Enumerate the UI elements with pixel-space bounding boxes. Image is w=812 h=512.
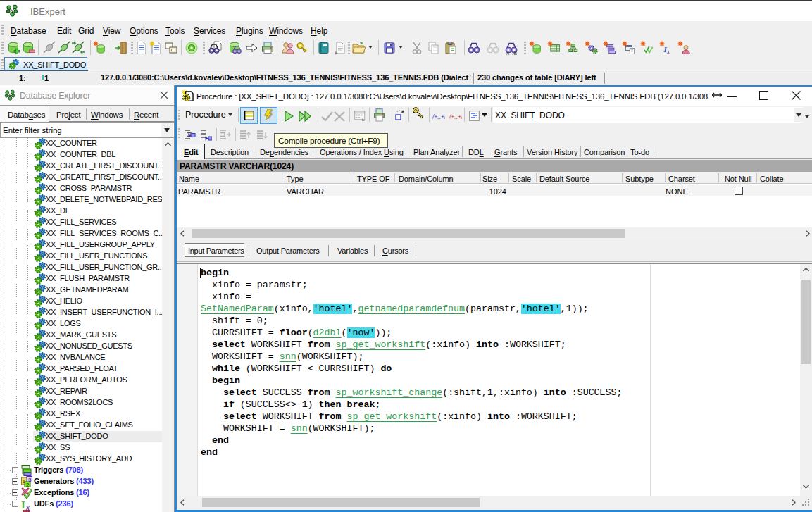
svg-text:...: ... — [489, 50, 493, 55]
svg-text:I: I — [21, 499, 25, 510]
svg-text:2: 2 — [26, 482, 30, 487]
svg-text:x: x — [666, 49, 670, 55]
svg-text:x: x — [25, 504, 30, 510]
svg-text:/+..+/: /+..+/ — [432, 113, 445, 120]
svg-text:/+..+/: /+..+/ — [449, 113, 462, 120]
svg-text:A→B: A→B — [506, 51, 517, 56]
